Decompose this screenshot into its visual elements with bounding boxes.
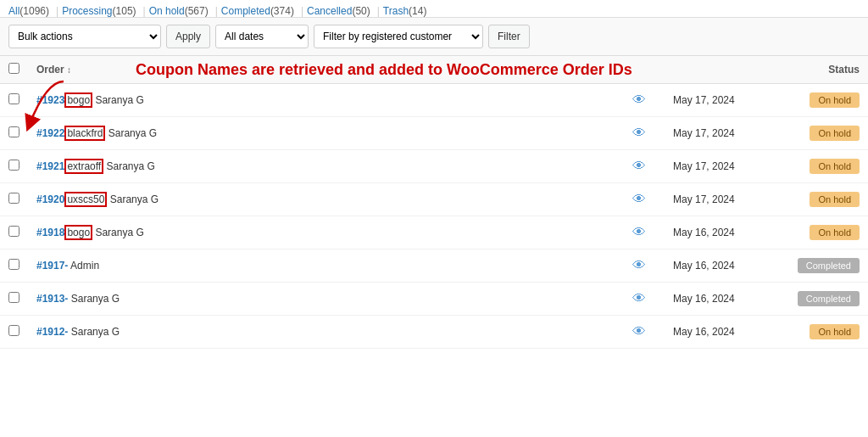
view-icon[interactable]: 👁 [632, 258, 646, 272]
status-badge: On hold [810, 92, 860, 108]
order-cell: #1912- Saranya G [28, 316, 265, 349]
tab-processing-count: (105) [113, 5, 136, 17]
tab-completed-count: (374) [270, 5, 294, 17]
view-icon[interactable]: 👁 [632, 126, 646, 140]
order-cell: #1923bogo Saranya G [28, 84, 265, 117]
apply-button[interactable]: Apply [166, 25, 210, 48]
spacer-cell [265, 117, 614, 150]
customer-name: Saranya G [103, 160, 155, 172]
row-checkbox[interactable] [8, 93, 19, 104]
row-checkbox[interactable] [8, 226, 19, 237]
order-col-header[interactable]: Order ↕ [28, 56, 265, 84]
view-icon[interactable]: 👁 [632, 324, 646, 339]
view-cell: 👁 [614, 84, 665, 117]
order-link[interactable]: #1912- [36, 326, 68, 338]
view-icon[interactable]: 👁 [632, 225, 646, 239]
status-cell: On hold [766, 316, 868, 349]
status-badge: On hold [810, 324, 860, 339]
table-row: #1912- Saranya G 👁May 16, 2024On hold [0, 316, 868, 349]
tab-all[interactable]: All [8, 5, 19, 17]
view-icon[interactable]: 👁 [632, 291, 646, 305]
view-icon[interactable]: 👁 [632, 92, 646, 107]
view-cell: 👁 [614, 150, 665, 183]
order-link[interactable]: #1920 [36, 193, 64, 205]
order-link[interactable]: #1918 [36, 227, 64, 238]
date-cell: May 16, 2024 [665, 316, 766, 349]
spacer-cell [265, 249, 614, 283]
spacer-col [265, 56, 614, 84]
status-cell: Completed [766, 283, 868, 316]
tab-all-count: (1096) [19, 5, 49, 17]
coupon-highlight: uxscs50 [64, 192, 107, 207]
table-row: #1913- Saranya G 👁May 16, 2024Completed [0, 283, 868, 316]
customer-name: Saranya G [92, 227, 144, 238]
order-link[interactable]: #1921 [36, 160, 64, 172]
row-checkbox[interactable] [8, 259, 19, 270]
coupon-highlight: bogo [64, 225, 92, 240]
status-badge: On hold [810, 225, 860, 240]
customer-name: Saranya G [92, 94, 144, 106]
order-link[interactable]: #1917- [36, 260, 68, 272]
tab-processing[interactable]: Processing [62, 5, 112, 17]
bulk-actions-select[interactable]: Bulk actions [8, 25, 161, 48]
select-all-col [0, 56, 28, 84]
view-icon[interactable]: 👁 [632, 159, 646, 173]
status-cell: On hold [766, 84, 868, 117]
tab-cancelled-count: (50) [352, 5, 370, 17]
status-badge: On hold [810, 126, 860, 141]
order-cell: #1922blackfrd Saranya G [28, 117, 265, 150]
order-link[interactable]: #1922 [36, 127, 64, 139]
dates-select[interactable]: All dates [215, 25, 309, 48]
tab-onhold-count: (567) [185, 5, 209, 17]
view-icon[interactable]: 👁 [632, 192, 646, 206]
date-col-header [665, 56, 766, 84]
date-cell: May 16, 2024 [665, 283, 766, 316]
customer-filter-select[interactable]: Filter by registered customer [314, 25, 483, 48]
order-cell: #1917- Admin [28, 249, 265, 283]
tab-cancelled[interactable]: Cancelled [307, 5, 352, 17]
orders-table: Order ↕ Status #1923bogo Saranya G 👁May … [0, 56, 868, 349]
table-row: #1922blackfrd Saranya G 👁May 17, 2024On … [0, 117, 868, 150]
select-all-checkbox[interactable] [8, 63, 19, 74]
status-cell: On hold [766, 183, 868, 216]
table-row: #1917- Admin 👁May 16, 2024Completed [0, 249, 868, 283]
view-cell: 👁 [614, 183, 665, 216]
table-row: #1921extraoff Saranya G 👁May 17, 2024On … [0, 150, 868, 183]
customer-name: Saranya G [105, 127, 157, 139]
date-cell: May 17, 2024 [665, 84, 766, 117]
coupon-highlight: bogo [64, 92, 92, 108]
view-col-header [614, 56, 665, 84]
status-col-header: Status [766, 56, 868, 84]
status-badge: Completed [798, 258, 860, 273]
tab-onhold[interactable]: On hold [149, 5, 185, 17]
status-cell: On hold [766, 216, 868, 249]
date-cell: May 17, 2024 [665, 150, 766, 183]
row-checkbox[interactable] [8, 292, 19, 303]
view-cell: 👁 [614, 216, 665, 249]
view-cell: 👁 [614, 249, 665, 283]
view-cell: 👁 [614, 283, 665, 316]
view-cell: 👁 [614, 117, 665, 150]
tab-trash[interactable]: Trash [383, 5, 409, 17]
row-checkbox[interactable] [8, 325, 19, 336]
customer-name: Saranya G [107, 193, 159, 205]
table-row: #1918bogo Saranya G 👁May 16, 2024On hold [0, 216, 868, 249]
status-cell: Completed [766, 249, 868, 283]
toolbar: Bulk actions Apply All dates Filter by r… [0, 18, 868, 56]
order-col-label: Order [36, 64, 64, 76]
row-checkbox[interactable] [8, 126, 19, 137]
table-row: #1920uxscs50 Saranya G 👁May 17, 2024On h… [0, 183, 868, 216]
order-link[interactable]: #1913- [36, 293, 68, 305]
row-checkbox[interactable] [8, 193, 19, 204]
spacer-cell [265, 150, 614, 183]
status-cell: On hold [766, 117, 868, 150]
customer-name: Admin [68, 260, 99, 272]
tab-completed[interactable]: Completed [221, 5, 270, 17]
row-checkbox[interactable] [8, 160, 19, 171]
status-badge: On hold [810, 192, 860, 207]
spacer-cell [265, 216, 614, 249]
order-cell: #1920uxscs50 Saranya G [28, 183, 265, 216]
filter-button[interactable]: Filter [488, 25, 530, 48]
status-cell: On hold [766, 150, 868, 183]
order-link[interactable]: #1923 [36, 94, 64, 106]
